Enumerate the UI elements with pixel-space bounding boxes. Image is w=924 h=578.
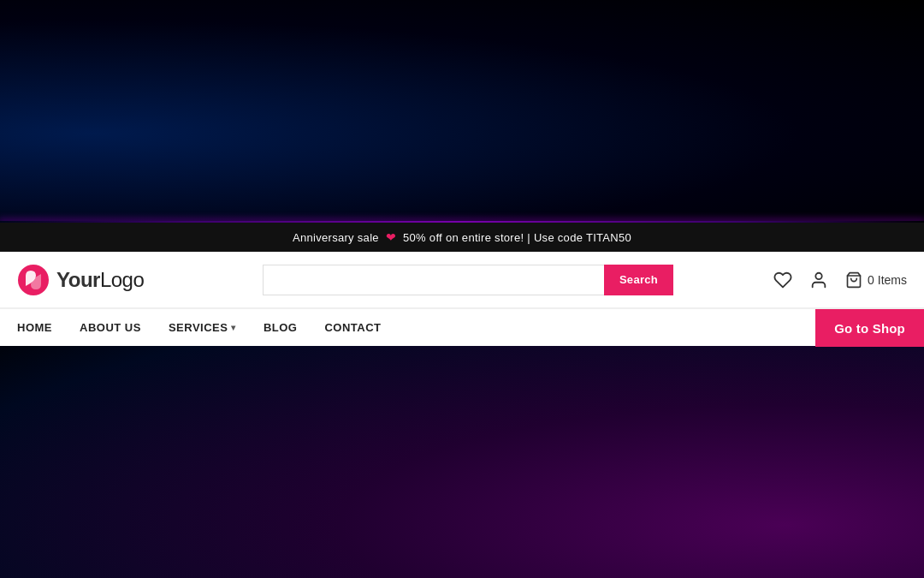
cart-icon [845,271,862,289]
svg-point-1 [815,272,821,278]
header-icons: 0 Items [773,271,907,289]
nav-about[interactable]: ABOUT US [80,321,141,334]
search-input[interactable] [263,265,604,295]
announcement-after: 50% off on entire store! | Use code TITA… [403,231,631,244]
search-area: Search [163,265,773,295]
navbar: HOME ABOUT US SERVICES ▾ BLOG CONTACT Go… [0,308,924,346]
logo-bold: Your [56,268,100,291]
cart-label: 0 Items [868,273,907,287]
search-button[interactable]: Search [604,265,673,295]
announcement-bar: Anniversary sale ❤ 50% off on entire sto… [0,223,924,252]
nav-links: HOME ABOUT US SERVICES ▾ BLOG CONTACT [17,321,907,334]
header: YourLogo Search [0,252,924,308]
logo-text: YourLogo [56,268,144,292]
announcement-text: Anniversary sale ❤ 50% off on entire sto… [293,230,631,244]
nav-services[interactable]: SERVICES ▾ [169,321,236,334]
user-icon [809,271,828,289]
search-wrapper: Search [263,265,673,295]
nav-contact[interactable]: CONTACT [324,321,381,334]
chevron-down-icon: ▾ [231,323,236,332]
cart-area[interactable]: 0 Items [845,271,907,289]
announcement-before: Anniversary sale [293,231,379,244]
logo-light: Logo [100,268,144,291]
account-button[interactable] [809,271,828,289]
background-bottom [0,313,924,578]
logo-area: YourLogo [17,264,163,296]
heart-wishlist-icon [773,271,792,289]
nav-blog[interactable]: BLOG [264,321,298,334]
background-top [0,0,924,223]
logo-icon [17,264,50,296]
go-to-shop-button[interactable]: Go to Shop [815,309,924,347]
heart-icon: ❤ [386,230,396,244]
nav-home[interactable]: HOME [17,321,52,334]
wishlist-button[interactable] [773,271,792,289]
